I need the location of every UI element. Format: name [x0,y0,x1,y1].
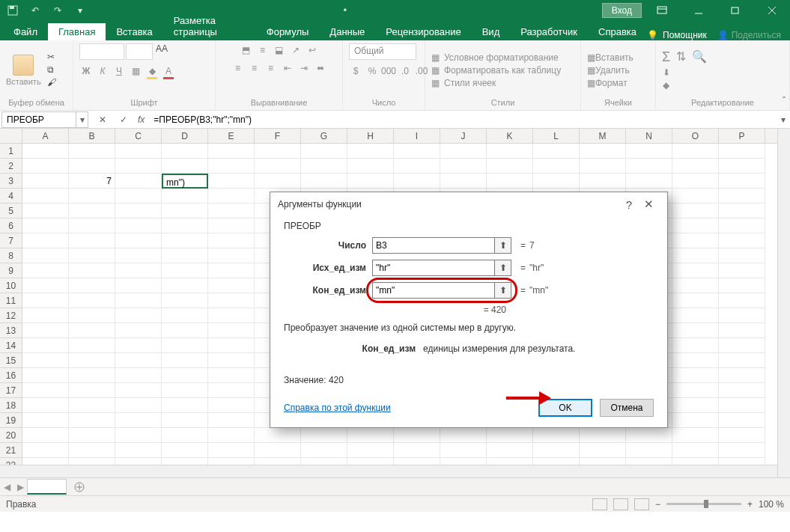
format-cells-button[interactable]: ▦Формат [587,78,633,88]
cell[interactable] [719,174,765,189]
arg3-input[interactable] [372,282,495,299]
cell[interactable] [115,174,162,189]
tab-developer[interactable]: Разработчик [510,23,588,40]
cell[interactable] [255,144,301,159]
select-all-corner[interactable] [0,129,22,143]
row-header[interactable]: 3 [0,174,22,189]
cell[interactable] [69,218,115,233]
cell[interactable] [22,159,69,174]
cell[interactable] [626,174,672,189]
cell[interactable] [672,428,719,443]
row-header[interactable]: 7 [0,233,22,248]
cell[interactable] [208,233,255,248]
autosum-icon[interactable]: Σ [662,49,670,65]
align-left-icon[interactable]: ≡ [231,61,245,75]
cell[interactable] [208,174,255,189]
cell[interactable] [208,398,255,413]
cell[interactable] [580,159,626,174]
cell[interactable] [719,368,765,383]
cell[interactable] [301,428,347,443]
cell[interactable] [69,248,115,263]
cell[interactable] [672,144,719,159]
cell[interactable] [22,144,69,159]
cell[interactable] [69,144,115,159]
zoom-in-icon[interactable]: + [747,499,753,510]
cell[interactable] [672,248,719,263]
fontsize-combo[interactable] [126,43,153,60]
italic-button[interactable]: К [96,64,109,78]
column-header[interactable]: I [394,129,440,143]
row-header[interactable]: 20 [0,428,22,443]
cell[interactable] [394,428,440,443]
clear-icon[interactable]: ◆ [663,80,669,91]
cell[interactable] [255,174,301,189]
cell[interactable] [208,323,255,338]
cell[interactable] [208,443,255,458]
merge-icon[interactable]: ⬌ [314,61,327,75]
function-help-link[interactable]: Справка по этой функции [284,403,391,413]
paste-button[interactable]: Вставить [6,55,41,86]
enter-formula-icon[interactable]: ✓ [117,114,130,125]
cell[interactable] [22,383,69,398]
cell[interactable] [162,368,208,383]
cell[interactable] [162,278,208,293]
cell[interactable] [69,398,115,413]
cell[interactable] [115,308,162,323]
cell[interactable] [672,383,719,398]
cell[interactable] [440,144,487,159]
cell[interactable] [115,248,162,263]
insert-cells-button[interactable]: ▦Вставить [587,52,633,63]
cell[interactable] [115,383,162,398]
column-header[interactable]: C [115,129,162,143]
cell[interactable] [162,263,208,278]
maximize-icon[interactable] [718,0,752,21]
cell[interactable] [347,443,394,458]
cell[interactable] [719,233,765,248]
row-header[interactable]: 5 [0,204,22,218]
cell[interactable] [22,398,69,413]
cell[interactable] [22,338,69,353]
cell[interactable] [672,308,719,323]
cell[interactable] [162,323,208,338]
cell[interactable] [22,233,69,248]
cell[interactable] [208,159,255,174]
cell[interactable] [672,398,719,413]
cell[interactable] [672,174,719,189]
row-header[interactable]: 11 [0,293,22,308]
tab-formulas[interactable]: Формулы [256,23,320,40]
cell[interactable] [208,383,255,398]
cell-styles-button[interactable]: ▦Стили ячеек [431,78,561,88]
cell[interactable] [162,398,208,413]
cell[interactable] [580,443,626,458]
cell[interactable] [626,443,672,458]
cell[interactable] [115,428,162,443]
cell[interactable] [672,413,719,428]
column-header[interactable]: L [533,129,580,143]
cell[interactable] [22,263,69,278]
cell[interactable] [672,233,719,248]
cell[interactable] [208,144,255,159]
cell[interactable] [347,174,394,189]
cell[interactable] [626,159,672,174]
underline-button[interactable]: Ч [112,64,126,78]
row-header[interactable]: 17 [0,383,22,398]
cell[interactable] [162,383,208,398]
cell[interactable] [394,443,440,458]
cell[interactable]: mn") [162,174,208,189]
cell[interactable] [115,233,162,248]
cell[interactable] [719,308,765,323]
cell[interactable] [115,189,162,204]
cell[interactable] [115,443,162,458]
cell[interactable] [22,189,69,204]
cell[interactable] [672,293,719,308]
comma-icon[interactable]: 000 [382,64,395,78]
cell[interactable] [672,263,719,278]
cell[interactable] [208,218,255,233]
cell[interactable] [672,159,719,174]
cell[interactable] [719,218,765,233]
cell[interactable] [719,398,765,413]
cell[interactable] [69,263,115,278]
align-right-icon[interactable]: ≡ [264,61,278,75]
cell[interactable] [208,278,255,293]
cell[interactable] [69,204,115,218]
